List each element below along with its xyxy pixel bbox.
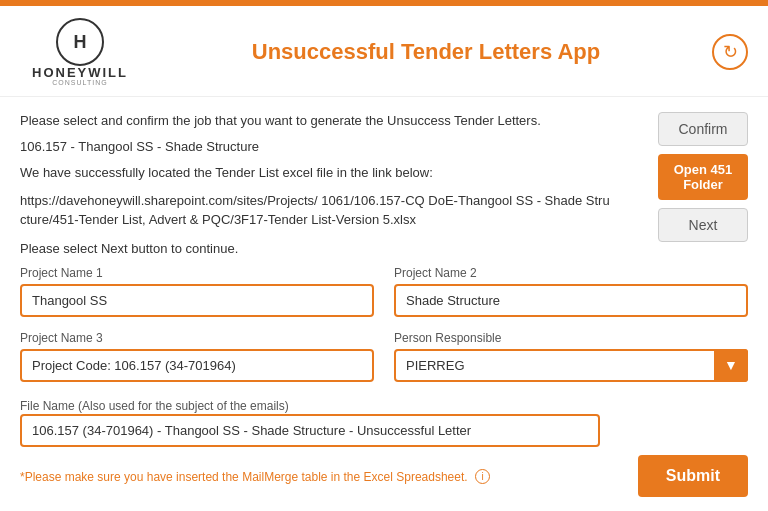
person-responsible-group: Person Responsible PIERREG ▼ [394, 331, 748, 382]
project-name-1-label: Project Name 1 [20, 266, 374, 280]
refresh-button[interactable]: ↻ [712, 34, 748, 70]
file-name-input[interactable] [20, 414, 600, 447]
project-name-2-group: Project Name 2 [394, 266, 748, 317]
instruction-2: We have successfully located the Tender … [20, 164, 610, 182]
warning-text: *Please make sure you have inserted the … [20, 470, 468, 484]
person-responsible-select[interactable]: PIERREG [394, 349, 748, 382]
main-container: H HONEYWILL CONSULTING Unsuccessful Tend… [0, 6, 768, 511]
header: H HONEYWILL CONSULTING Unsuccessful Tend… [0, 6, 768, 97]
file-name-group: File Name (Also used for the subject of … [20, 396, 748, 447]
job-title: 106.157 - Thangool SS - Shade Structure [20, 138, 610, 156]
app-title: Unsuccessful Tender Letters App [140, 39, 712, 65]
project-name-1-input[interactable] [20, 284, 374, 317]
right-buttons-panel: Confirm Open 451 Folder Next [658, 112, 748, 242]
person-responsible-select-wrapper: PIERREG ▼ [394, 349, 748, 382]
project-name-2-input[interactable] [394, 284, 748, 317]
open-451-folder-button[interactable]: Open 451 Folder [658, 154, 748, 200]
file-link: https://davehoneywill.sharepoint.com/sit… [20, 191, 610, 230]
instruction-1: Please select and confirm the job that y… [20, 112, 610, 130]
form-row-2: Project Name 3 Person Responsible PIERRE… [20, 331, 748, 382]
logo-sub: CONSULTING [52, 79, 107, 86]
project-name-2-label: Project Name 2 [394, 266, 748, 280]
info-icon[interactable]: i [475, 469, 490, 484]
submit-button[interactable]: Submit [638, 455, 748, 497]
warning-area: *Please make sure you have inserted the … [20, 467, 490, 485]
project-name-3-group: Project Name 3 [20, 331, 374, 382]
file-name-label: File Name (Also used for the subject of … [20, 399, 289, 413]
project-name-3-label: Project Name 3 [20, 331, 374, 345]
logo-company: HONEYWILL [32, 66, 128, 79]
main-content: Confirm Open 451 Folder Next Please sele… [0, 97, 768, 511]
person-responsible-label: Person Responsible [394, 331, 748, 345]
project-name-3-input[interactable] [20, 349, 374, 382]
bottom-row: *Please make sure you have inserted the … [20, 455, 748, 497]
instruction-3: Please select Next button to continue. [20, 240, 610, 258]
logo-circle: H [56, 18, 104, 66]
next-button[interactable]: Next [658, 208, 748, 242]
form-row-1: Project Name 1 Project Name 2 [20, 266, 748, 317]
project-name-1-group: Project Name 1 [20, 266, 374, 317]
logo-letter: H [74, 32, 87, 53]
refresh-icon: ↻ [723, 41, 738, 63]
confirm-button[interactable]: Confirm [658, 112, 748, 146]
logo-area: H HONEYWILL CONSULTING [20, 18, 140, 86]
